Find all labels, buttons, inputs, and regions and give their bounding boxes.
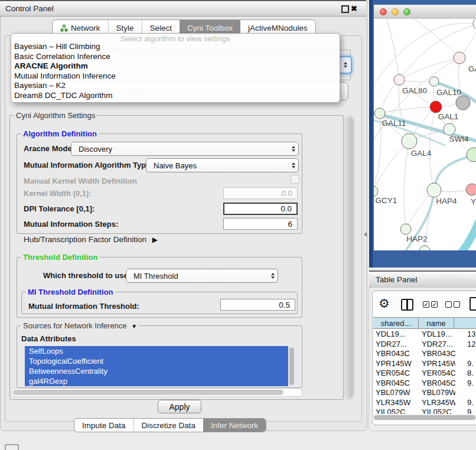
settings-vertical-scrollbar[interactable] <box>345 116 354 399</box>
node-label: HAP4 <box>436 197 457 206</box>
combo-stepper-icon <box>289 162 298 168</box>
close-window-icon[interactable]: ✖ <box>351 5 357 12</box>
kernel-width-input[interactable]: 0.0 <box>223 187 298 199</box>
kernel-width-label: Kernel Width (0,1): <box>24 189 92 198</box>
algorithm-option-bayesian-k2[interactable]: Bayesian – K2 <box>11 81 340 91</box>
table-cell: YER054C <box>373 369 419 379</box>
table-row[interactable]: YBR043CYBR043C <box>373 349 476 359</box>
network-canvas[interactable]: GALGAL80GAL10GAL1GAL11SWI4GAL4GCY1HAP4YH… <box>374 19 476 250</box>
expand-arrow-icon: ▶ <box>152 236 158 244</box>
algorithm-option-basic-correlation-inference[interactable]: Basic Correlation Inference <box>11 52 340 62</box>
tab-label: jActiveMNodules <box>248 24 308 32</box>
column-header-name[interactable]: name <box>418 317 454 329</box>
deselect-all-rows-icon[interactable] <box>445 301 460 308</box>
bottom-tab-impute-data[interactable]: Impute Data <box>74 419 134 432</box>
aracne-mode-label: Aracne Mode: <box>24 144 74 153</box>
network-node-gal4[interactable] <box>402 133 417 149</box>
network-node-gal11[interactable] <box>374 108 385 119</box>
attribute-item-topologicalcoefficient[interactable]: TopologicalCoefficient <box>25 356 288 366</box>
table-row[interactable]: YDL19...YDL19...13 <box>373 330 476 340</box>
zoom-traffic-light-icon[interactable] <box>403 8 410 15</box>
mi-threshold-input[interactable]: 0.5 <box>220 299 295 311</box>
network-node[interactable] <box>473 19 476 30</box>
table-cell: 9. <box>455 398 476 408</box>
table-cell: YLR345W <box>373 398 419 408</box>
table-cell: 9. <box>455 359 476 369</box>
table-horizontal-scrollbar[interactable] <box>373 415 476 420</box>
sources-group-toggle[interactable]: Sources for Network Inference ▼ <box>21 321 139 330</box>
close-traffic-light-icon[interactable] <box>380 8 387 15</box>
select-all-rows-icon[interactable]: ✓✓ <box>423 301 438 308</box>
table-row[interactable]: YBR045CYBR045C9. <box>373 379 476 389</box>
algorithm-option-bayesian-hill-climbing[interactable]: Bayesian – Hill Climbing <box>11 42 340 52</box>
network-node-gal[interactable] <box>454 52 465 64</box>
manual-kernel-label: Manual Kernel Width Definition <box>24 177 137 185</box>
network-frame-edge <box>369 0 373 268</box>
data-attributes-list[interactable]: SelfLoopsTopologicalCoefficientBetweenne… <box>25 346 288 386</box>
table-cell: 9 <box>455 407 476 414</box>
which-threshold-combo[interactable]: MI Threshold <box>126 269 278 283</box>
export-table-icon[interactable] <box>470 297 476 311</box>
attribute-item-betweennesscentrality[interactable]: BetweennessCentrality <box>25 366 288 376</box>
network-node[interactable] <box>456 96 470 110</box>
network-node-gal10[interactable] <box>429 77 439 86</box>
network-graph[interactable]: GALGAL80GAL10GAL1GAL11SWI4GAL4GCY1HAP4YH… <box>374 19 476 250</box>
corner-button[interactable] <box>5 444 19 450</box>
panel-divider-grip[interactable] <box>364 232 367 237</box>
network-node-swi4[interactable] <box>444 123 455 135</box>
column-visibility-icon[interactable] <box>401 299 413 311</box>
algorithm-option-mutual-information-inference[interactable]: Mutual Information Inference <box>11 71 340 81</box>
settings-horizontal-scrollbar[interactable] <box>11 388 302 397</box>
which-threshold-label: Which threshold to use: <box>43 271 131 280</box>
data-attributes-label: Data Attributes <box>21 334 76 343</box>
mi-type-value: Naive Bayes <box>146 161 289 170</box>
table-row[interactable]: YDR27...YDR27...12 <box>373 340 476 350</box>
table-row[interactable]: YER054CYER054C8. <box>373 369 476 379</box>
control-panel-titlebar: Control Panel ✖ <box>0 0 366 17</box>
attribute-item-gal4rgexp[interactable]: gal4RGexp <box>25 376 288 386</box>
table-cell: 8. <box>455 369 476 379</box>
algorithm-popup-placeholder: Select algorithm to view settings <box>11 34 340 42</box>
algorithm-combo-stepper[interactable] <box>339 56 352 74</box>
sources-group-title: Sources for Network Inference <box>23 321 127 330</box>
column-header-2[interactable] <box>454 317 476 329</box>
combo-stepper-icon <box>289 146 298 152</box>
node-label: GAL4 <box>411 149 432 158</box>
algorithm-option-aracne-algorithm[interactable]: ARACNE Algorithm <box>11 61 340 71</box>
float-window-icon[interactable] <box>341 5 349 13</box>
attribute-item-selfloops[interactable]: SelfLoops <box>25 346 288 356</box>
dpi-tolerance-input[interactable]: 0.0 <box>223 203 298 215</box>
mi-type-label: Mutual Information Algorithm Type: <box>24 161 153 169</box>
aracne-mode-combo[interactable]: Discovery <box>71 142 299 156</box>
apply-button[interactable]: Apply <box>158 400 201 413</box>
which-threshold-value: MI Threshold <box>126 272 268 281</box>
tab-label: Select <box>150 24 172 32</box>
manual-kernel-checkbox[interactable] <box>291 175 299 184</box>
table-settings-gear-icon[interactable]: ⚙ <box>379 297 390 309</box>
network-node-hap2[interactable] <box>400 224 411 234</box>
mi-type-combo[interactable]: Naive Bayes <box>146 158 299 172</box>
column-header-shared[interactable]: shared... <box>373 317 419 329</box>
network-node-gal1[interactable] <box>430 101 442 113</box>
algorithm-option-dream8-dc-tdc-algorithm[interactable]: Dream8 DC_TDC Algorithm <box>11 91 340 101</box>
algorithm-select-popup: Select algorithm to view settings Bayesi… <box>11 33 340 103</box>
table-row[interactable]: YPR145WYPR145W9. <box>373 359 476 369</box>
network-node-gcy1[interactable] <box>374 186 378 197</box>
bottom-tab-infer-network[interactable]: Infer Network <box>203 419 266 432</box>
table-row[interactable]: YLR345WYLR345W9. <box>373 398 476 408</box>
combo-stepper-icon <box>268 273 278 279</box>
minimize-traffic-light-icon[interactable] <box>392 8 399 15</box>
attributes-list-scrollbar[interactable] <box>289 347 295 386</box>
table-row[interactable]: YIL052CYIL052C9 <box>373 407 476 414</box>
table-cell: YBR043C <box>373 349 419 359</box>
screen: Control Panel ✖ NetworkStyleSelectCyni T… <box>0 0 476 450</box>
hub-definition-toggle[interactable]: Hub/Transcription Factor Definition ▶ <box>24 235 158 244</box>
network-node-y[interactable] <box>466 184 476 195</box>
network-node-gal80[interactable] <box>394 74 405 85</box>
node-label: GAL1 <box>438 112 459 121</box>
mi-steps-input[interactable]: 6 <box>223 218 298 230</box>
network-node[interactable] <box>419 246 430 250</box>
table-row[interactable]: YBL079WYBL079W <box>373 388 476 398</box>
network-node-hap4[interactable] <box>427 183 441 197</box>
bottom-tab-discretize-data[interactable]: Discretize Data <box>134 419 204 432</box>
